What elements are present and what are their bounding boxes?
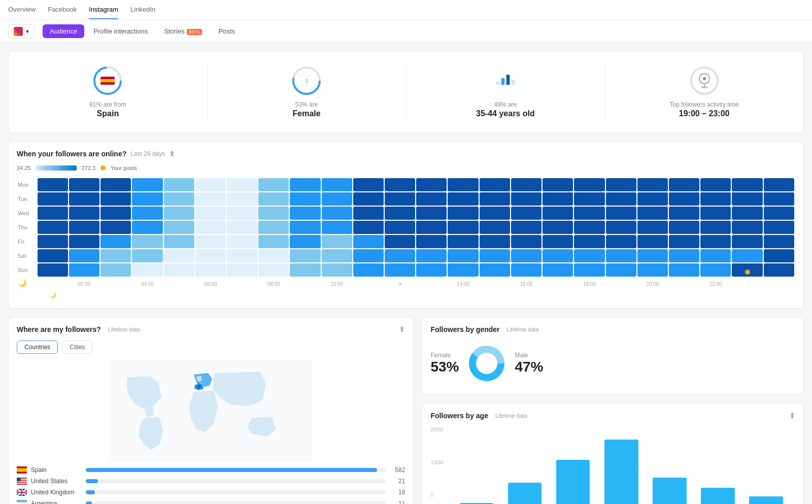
heatmap-cell[interactable]	[606, 207, 636, 220]
heatmap-cell[interactable]	[132, 249, 162, 262]
heatmap-cell[interactable]	[69, 235, 99, 248]
heatmap-cell[interactable]	[669, 235, 699, 248]
heatmap-cell[interactable]	[480, 207, 510, 220]
heatmap-cell[interactable]	[322, 178, 352, 191]
heatmap-cell[interactable]	[132, 263, 162, 277]
heatmap-cell[interactable]	[100, 249, 131, 262]
heatmap-cell[interactable]	[700, 207, 731, 220]
heatmap-cell[interactable]	[543, 221, 573, 234]
heatmap-cell[interactable]	[416, 249, 447, 262]
heatmap-cell[interactable]	[164, 207, 194, 220]
heatmap-cell[interactable]	[132, 207, 162, 220]
heatmap-cell[interactable]	[195, 263, 226, 277]
heatmap-cell[interactable]	[195, 192, 226, 206]
heatmap-cell[interactable]	[132, 178, 162, 191]
heatmap-cell[interactable]	[195, 235, 226, 248]
heatmap-cell[interactable]	[764, 235, 794, 248]
heatmap-cell[interactable]	[195, 249, 226, 262]
heatmap-cell[interactable]	[606, 249, 636, 262]
heatmap-cell[interactable]	[480, 235, 510, 248]
export-icon-age[interactable]: ⬆	[789, 412, 795, 420]
heatmap-cell[interactable]	[700, 178, 731, 191]
heatmap-cell[interactable]	[480, 178, 510, 191]
heatmap-cell[interactable]	[38, 221, 68, 234]
heatmap-cell[interactable]	[100, 192, 131, 206]
heatmap-cell[interactable]	[227, 192, 257, 206]
heatmap-cell[interactable]	[606, 221, 636, 234]
heatmap-cell[interactable]	[732, 249, 762, 262]
tab-audience[interactable]: Audience	[43, 24, 84, 38]
heatmap-cell[interactable]	[258, 235, 289, 248]
nav-overview[interactable]: Overview	[8, 1, 36, 19]
heatmap-cell[interactable]	[38, 192, 68, 206]
heatmap-cell[interactable]	[480, 249, 510, 262]
heatmap-cell[interactable]	[416, 207, 447, 220]
heatmap-cell[interactable]	[353, 207, 384, 220]
heatmap-cell[interactable]	[511, 178, 542, 191]
heatmap-cell[interactable]	[606, 192, 636, 206]
heatmap-cell[interactable]	[700, 235, 731, 248]
heatmap-cell[interactable]	[100, 263, 131, 277]
heatmap-cell[interactable]	[606, 235, 636, 248]
heatmap-cell[interactable]	[164, 249, 194, 262]
heatmap-cell[interactable]	[385, 235, 415, 248]
heatmap-cell[interactable]	[511, 221, 542, 234]
heatmap-cell[interactable]	[574, 178, 604, 191]
heatmap-cell[interactable]	[38, 207, 68, 220]
heatmap-cell[interactable]	[543, 207, 573, 220]
heatmap-cell[interactable]	[290, 263, 320, 277]
heatmap-cell[interactable]	[732, 263, 762, 277]
heatmap-cell[interactable]	[164, 221, 194, 234]
heatmap-cell[interactable]	[764, 207, 794, 220]
heatmap-cell[interactable]	[132, 221, 162, 234]
heatmap-cell[interactable]	[100, 235, 131, 248]
heatmap-cell[interactable]	[227, 263, 257, 277]
nav-linkedin[interactable]: LinkedIn	[130, 1, 155, 19]
heatmap-cell[interactable]	[353, 249, 384, 262]
heatmap-cell[interactable]	[543, 249, 573, 262]
heatmap-cell[interactable]	[669, 192, 699, 206]
heatmap-cell[interactable]	[764, 178, 794, 191]
account-selector[interactable]: ▾	[8, 24, 35, 39]
heatmap-cell[interactable]	[385, 263, 415, 277]
heatmap-cell[interactable]	[669, 207, 699, 220]
heatmap-cell[interactable]	[132, 192, 162, 206]
heatmap-cell[interactable]	[732, 235, 762, 248]
heatmap-cell[interactable]	[416, 192, 447, 206]
heatmap-cell[interactable]	[448, 263, 478, 277]
heatmap-cell[interactable]	[164, 235, 194, 248]
heatmap-cell[interactable]	[353, 192, 384, 206]
heatmap-cell[interactable]	[606, 263, 636, 277]
heatmap-cell[interactable]	[732, 221, 762, 234]
heatmap-cell[interactable]	[416, 221, 447, 234]
heatmap-cell[interactable]	[416, 235, 447, 248]
nav-instagram[interactable]: Instagram	[89, 1, 118, 19]
heatmap-cell[interactable]	[38, 263, 68, 277]
heatmap-cell[interactable]	[322, 235, 352, 248]
heatmap-cell[interactable]	[353, 221, 384, 234]
heatmap-cell[interactable]	[290, 207, 320, 220]
heatmap-cell[interactable]	[637, 207, 668, 220]
heatmap-cell[interactable]	[258, 178, 289, 191]
heatmap-cell[interactable]	[353, 178, 384, 191]
heatmap-cell[interactable]	[448, 178, 478, 191]
heatmap-cell[interactable]	[637, 192, 668, 206]
heatmap-cell[interactable]	[290, 235, 320, 248]
heatmap-cell[interactable]	[574, 207, 604, 220]
heatmap-cell[interactable]	[353, 263, 384, 277]
heatmap-cell[interactable]	[164, 192, 194, 206]
tab-profile-interactions[interactable]: Profile interactions	[86, 24, 155, 38]
heatmap-cell[interactable]	[700, 221, 731, 234]
heatmap-cell[interactable]	[385, 178, 415, 191]
heatmap-cell[interactable]	[637, 178, 668, 191]
heatmap-cell[interactable]	[195, 221, 226, 234]
heatmap-cell[interactable]	[511, 263, 542, 277]
heatmap-cell[interactable]	[385, 249, 415, 262]
heatmap-cell[interactable]	[290, 221, 320, 234]
heatmap-cell[interactable]	[69, 207, 99, 220]
heatmap-cell[interactable]	[448, 221, 478, 234]
heatmap-cell[interactable]	[322, 221, 352, 234]
heatmap-cell[interactable]	[385, 192, 415, 206]
heatmap-cell[interactable]	[637, 221, 668, 234]
heatmap-cell[interactable]	[637, 263, 668, 277]
